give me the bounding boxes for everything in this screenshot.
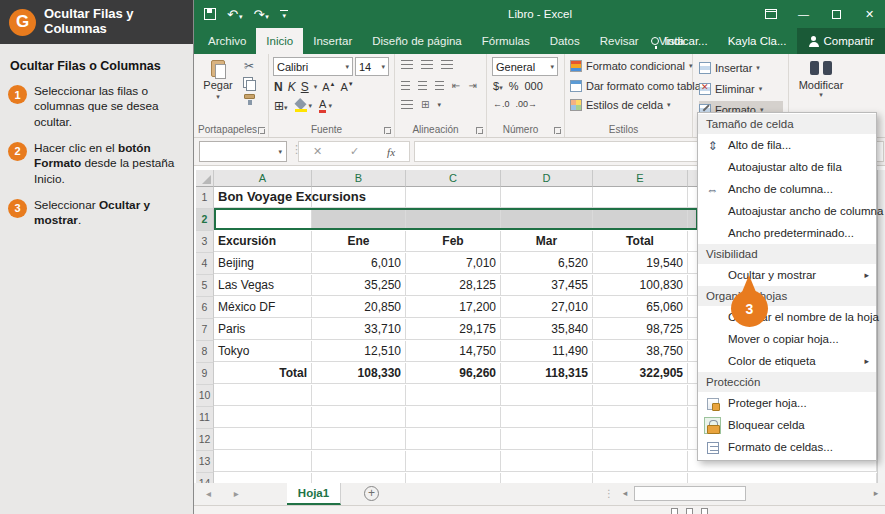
cell-D2[interactable] [501, 209, 593, 230]
cell-A12[interactable] [214, 429, 312, 450]
cell-D5[interactable]: 37,455 [501, 275, 593, 296]
cell-C3[interactable]: Feb [406, 231, 501, 252]
cell-D13[interactable] [501, 451, 593, 472]
tab-inicio[interactable]: Inicio [256, 28, 303, 54]
cell-B5[interactable]: 35,250 [312, 275, 406, 296]
cell-A9[interactable]: Total [214, 363, 312, 384]
cell-A10[interactable] [214, 385, 312, 406]
cell-B2[interactable] [312, 209, 406, 230]
cell-E5[interactable]: 100,830 [593, 275, 688, 296]
cell-D3[interactable]: Mar [501, 231, 593, 252]
tab-revisar[interactable]: Revisar [590, 28, 649, 54]
tell-me-button[interactable]: Indicar... [641, 35, 717, 47]
font-color-button[interactable]: A▾ [319, 99, 332, 113]
row-header-3[interactable]: 3 [196, 231, 214, 253]
tab-datos[interactable]: Datos [540, 28, 590, 54]
cut-icon[interactable]: ✂ [244, 60, 254, 72]
row-header-7[interactable]: 7 [196, 319, 214, 341]
increase-decimal-icon[interactable]: ←.0 [493, 99, 510, 109]
cell-E13[interactable] [593, 451, 688, 472]
cell-E2[interactable] [593, 209, 688, 230]
align-left-icon[interactable] [401, 81, 410, 91]
row-header-2[interactable]: 2 [196, 209, 214, 231]
cell-C11[interactable] [406, 407, 501, 428]
cell-A13[interactable] [214, 451, 312, 472]
cell-D8[interactable]: 11,490 [501, 341, 593, 362]
row-header-10[interactable]: 10 [196, 385, 214, 407]
menu-item-proteger-hoja[interactable]: Proteger hoja... [698, 392, 876, 414]
column-header-A[interactable]: A [214, 170, 312, 187]
tab-diseno-de-pagina[interactable]: Diseño de página [362, 28, 472, 54]
menu-item-mover-o-copiar-hoja[interactable]: Mover o copiar hoja... [698, 328, 876, 350]
menu-item-alto-de-fila[interactable]: ⇕Alto de fila... [698, 134, 876, 156]
row-header-9[interactable]: 9 [196, 363, 214, 385]
cell-E4[interactable]: 19,540 [593, 253, 688, 274]
font-name-combo[interactable]: Calibri▾ [273, 57, 353, 76]
cell-D6[interactable]: 27,010 [501, 297, 593, 318]
menu-item-color-de-etiqueta[interactable]: Color de etiqueta▸ [698, 350, 876, 372]
user-account-button[interactable]: Kayla Cla... [718, 35, 797, 47]
align-center-icon[interactable] [418, 81, 427, 91]
cell-E8[interactable]: 38,750 [593, 341, 688, 362]
menu-item-formato-de-celdas[interactable]: Formato de celdas... [698, 436, 876, 458]
cell-C8[interactable]: 14,750 [406, 341, 501, 362]
cell-C6[interactable]: 17,200 [406, 297, 501, 318]
font-size-combo[interactable]: 14▾ [355, 57, 389, 76]
cell-styles-button[interactable]: Estilos de celda ▾ [570, 99, 671, 111]
tab-archivo[interactable]: Archivo [198, 28, 256, 54]
hscroll-right-icon[interactable]: ▸ [869, 486, 883, 501]
insert-function-icon[interactable]: fx [387, 146, 395, 158]
menu-item-ancho-de-columna[interactable]: ⇔Ancho de columna... [698, 178, 876, 200]
cell-B13[interactable] [312, 451, 406, 472]
increase-indent-icon[interactable]: ⇥ [468, 80, 476, 91]
insert-cells-button[interactable]: Insertar ▾ [699, 59, 783, 77]
cell-C1[interactable] [406, 187, 501, 208]
menu-item-cambiar-el-nombre-de-la-hoja[interactable]: Cambiar el nombre de la hoja [698, 306, 876, 328]
grow-font-button[interactable]: A▲ [322, 81, 335, 93]
merge-center-icon[interactable]: ⊞ [421, 99, 429, 110]
format-as-table-button[interactable]: Dar formato como tabla ▾ [570, 80, 708, 92]
menu-item-ocultar-y-mostrar[interactable]: Ocultar y mostrar▸ [698, 264, 876, 286]
align-top-icon[interactable] [401, 60, 413, 70]
cell-B12[interactable] [312, 429, 406, 450]
hscroll-left-icon[interactable]: ◂ [618, 486, 632, 501]
row-header-5[interactable]: 5 [196, 275, 214, 297]
cell-E3[interactable]: Total [593, 231, 688, 252]
add-sheet-icon[interactable]: + [364, 486, 379, 501]
cell-E12[interactable] [593, 429, 688, 450]
sheet-nav-arrows[interactable]: ◂ ▸ [206, 483, 249, 505]
name-box[interactable]: ▾ [199, 141, 287, 162]
copy-icon[interactable] [243, 77, 255, 89]
dialog-launcher-icon[interactable] [554, 127, 561, 134]
share-button[interactable]: Compartir [797, 28, 885, 54]
hscroll-thumb[interactable] [634, 486, 746, 501]
cell-C13[interactable] [406, 451, 501, 472]
cell-D4[interactable]: 6,520 [501, 253, 593, 274]
view-shortcuts[interactable] [671, 508, 708, 514]
cell-A2[interactable] [214, 209, 312, 230]
format-painter-icon[interactable] [244, 94, 255, 99]
cell-A8[interactable]: Tokyo [214, 341, 312, 362]
cell-C7[interactable]: 29,175 [406, 319, 501, 340]
cell-C12[interactable] [406, 429, 501, 450]
minimize-button[interactable]: — [787, 0, 820, 28]
cell-A11[interactable] [214, 407, 312, 428]
italic-button[interactable]: K [288, 80, 296, 94]
menu-item-bloquear-celda[interactable]: Bloquear celda [698, 414, 876, 436]
wrap-text-icon[interactable] [401, 100, 413, 110]
cell-D7[interactable]: 35,840 [501, 319, 593, 340]
borders-button[interactable]: ⊞▾ [274, 99, 288, 113]
underline-button[interactable]: S [301, 80, 309, 94]
cell-D11[interactable] [501, 407, 593, 428]
conditional-formatting-button[interactable]: Formato condicional ▾ [570, 60, 693, 72]
currency-button[interactable]: $▾ [493, 80, 503, 92]
row-header-4[interactable]: 4 [196, 253, 214, 275]
percent-button[interactable]: % [509, 80, 519, 92]
ribbon-display-options-button[interactable] [754, 0, 787, 28]
cell-A1[interactable]: Bon Voyage Excursions [214, 187, 312, 208]
cell-A7[interactable]: Paris [214, 319, 312, 340]
bold-button[interactable]: N [274, 80, 283, 94]
cell-D10[interactable] [501, 385, 593, 406]
paste-button[interactable]: Pegar ▾ [200, 58, 236, 118]
sheet-tab-hoja1[interactable]: Hoja1 [287, 483, 341, 505]
